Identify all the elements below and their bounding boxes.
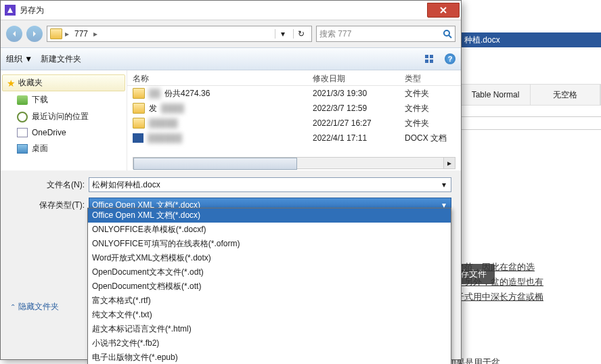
- dropdown-item[interactable]: Word开放式XML文档模板(*.dotx): [88, 251, 451, 265]
- star-icon: ★: [7, 78, 16, 89]
- style-no-spacing[interactable]: 无空格: [531, 85, 600, 105]
- new-folder-button[interactable]: 新建文件夹: [41, 53, 81, 65]
- folder-icon: [133, 118, 145, 129]
- dropdown-item[interactable]: 小说书2文件(*.fb2): [88, 336, 451, 350]
- dropdown-item[interactable]: 纯文本文件(*.txt): [88, 308, 451, 322]
- style-toolbar: Table Normal 无空格: [460, 84, 601, 106]
- filetype-dropdown: Office Open XML 文档(*.docx) ONLYOFFICE表单模…: [87, 208, 451, 364]
- sidebar-desktop[interactable]: 桌面: [1, 140, 127, 157]
- nav-fwd-button[interactable]: [26, 26, 43, 42]
- dropdown-item[interactable]: ONLYOFFICE可填写的在线表格(*.oform): [88, 237, 451, 251]
- col-type[interactable]: 类型: [399, 70, 461, 85]
- nav-back-button[interactable]: [6, 26, 22, 42]
- svg-rect-5: [425, 60, 428, 63]
- list-item[interactable]: ██份共4274.362021/3/3 19:30文件夹: [127, 86, 461, 101]
- svg-rect-3: [425, 55, 428, 58]
- dropdown-item[interactable]: 超文本标记语言文件(*.html): [88, 322, 451, 336]
- sidebar-downloads[interactable]: 下载: [1, 91, 127, 108]
- dropdown-item[interactable]: ONLYOFFICE表单模板(*.docxf): [88, 223, 451, 237]
- title-bar: 另存为: [1, 1, 461, 20]
- dropdown-icon[interactable]: ▾: [275, 29, 290, 39]
- list-item[interactable]: ██████2022/4/1 17:11DOCX 文档: [127, 131, 461, 145]
- sidebar: ★收藏夹 下载 最近访问的位置 OneDrive 桌面: [1, 70, 127, 170]
- sidebar-onedrive[interactable]: OneDrive: [1, 125, 127, 140]
- path-segment[interactable]: 777: [72, 28, 91, 40]
- chevron-down-icon[interactable]: ▾: [439, 179, 449, 190]
- search-placeholder: 搜索 777: [319, 28, 443, 40]
- col-date[interactable]: 修改日期: [307, 70, 399, 85]
- hide-folders-link[interactable]: ⌃隐藏文件夹: [10, 301, 59, 313]
- clock-icon: [17, 112, 28, 122]
- save-as-dialog: 另存为 ▸ 777 ▸ ▾ ↻ 搜索 777 组织 ▼ 新建文件夹 ? ★收藏夹…: [0, 0, 462, 360]
- close-button[interactable]: [427, 3, 460, 18]
- svg-rect-6: [430, 60, 433, 63]
- search-icon: [443, 29, 452, 39]
- style-table-normal[interactable]: Table Normal: [461, 85, 531, 105]
- list-item[interactable]: 发████2022/3/7 12:59文件夹: [127, 101, 461, 116]
- scrollbar-horizontal[interactable]: ▸: [133, 157, 455, 169]
- folder-icon: [133, 88, 145, 99]
- desktop-icon: [17, 144, 28, 154]
- dropdown-item[interactable]: 电子出版物文件(*.epub): [88, 350, 451, 364]
- filename-input[interactable]: 松树如何种植.docx▾: [89, 177, 451, 192]
- app-icon: [5, 5, 16, 16]
- filetype-label: 保存类型(T):: [10, 200, 89, 211]
- svg-point-2: [444, 30, 449, 36]
- download-icon: [17, 95, 28, 105]
- list-item[interactable]: █████2022/1/27 16:27文件夹: [127, 116, 461, 131]
- file-list: 名称 修改日期 类型 ██份共4274.362021/3/3 19:30文件夹 …: [127, 70, 461, 170]
- sidebar-favorites[interactable]: ★收藏夹: [2, 74, 125, 91]
- folder-icon: [50, 28, 62, 39]
- chevron-up-icon: ⌃: [10, 303, 16, 311]
- sidebar-recent[interactable]: 最近访问的位置: [1, 108, 127, 125]
- document-tab[interactable]: 种植.docx: [460, 32, 601, 47]
- dialog-title: 另存为: [20, 5, 427, 16]
- view-icon[interactable]: [422, 52, 437, 66]
- filename-label: 文件名(N):: [10, 179, 89, 191]
- folder-icon: [133, 103, 145, 114]
- scroll-right-icon[interactable]: ▸: [443, 158, 455, 168]
- address-bar[interactable]: ▸ 777 ▸ ▾ ↻: [47, 26, 312, 42]
- document-body: 家之范，因此在盆的选 气。另外，盆的造型也有 卧干式用中深长方盆或椭: [447, 260, 601, 304]
- dropdown-item[interactable]: OpenDocument文本文件(*.odt): [88, 265, 451, 279]
- dropdown-item[interactable]: OpenDocument文档模板(*.ott): [88, 279, 451, 294]
- dropdown-item[interactable]: Office Open XML 文档(*.docx): [88, 208, 451, 223]
- chevron-right-icon: ▸: [93, 29, 97, 39]
- scroll-thumb[interactable]: [133, 158, 297, 170]
- chevron-right-icon: ▸: [65, 29, 69, 39]
- docx-icon: [133, 133, 143, 143]
- refresh-icon[interactable]: ↻: [293, 29, 309, 39]
- onedrive-icon: [17, 128, 28, 137]
- svg-rect-4: [430, 55, 433, 58]
- search-input[interactable]: 搜索 777: [316, 26, 455, 42]
- help-icon[interactable]: ?: [445, 53, 455, 64]
- dropdown-item[interactable]: 富文本格式(*.rtf): [88, 294, 451, 308]
- col-name[interactable]: 名称: [127, 70, 307, 85]
- organize-menu[interactable]: 组织 ▼: [6, 53, 32, 65]
